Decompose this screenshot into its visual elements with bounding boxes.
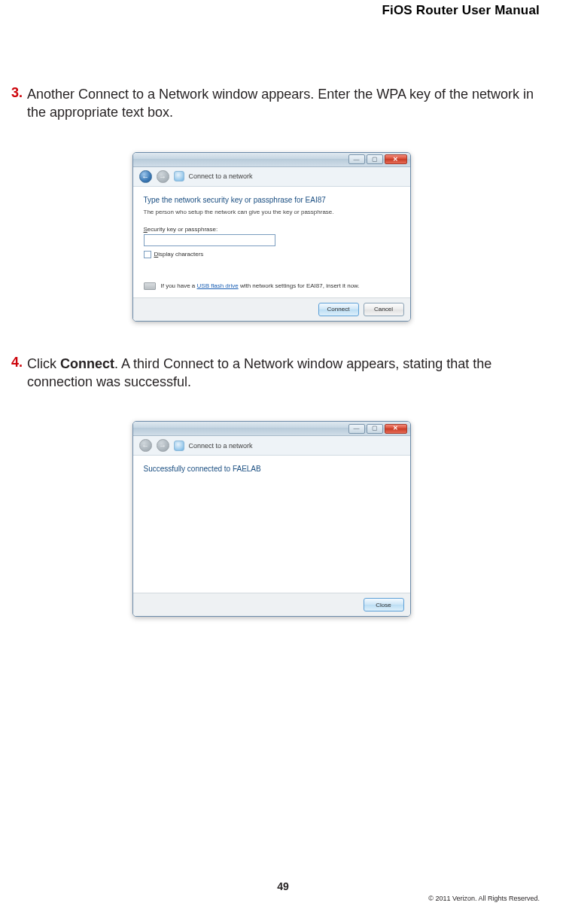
- step-3-number: 3.: [3, 85, 23, 122]
- minimize-button[interactable]: —: [348, 154, 365, 164]
- window-nav-row: ← → Connect to a network: [133, 167, 410, 187]
- dialog-heading: Type the network security key or passphr…: [144, 196, 400, 204]
- page-header-title: FiOS Router User Manual: [382, 3, 540, 18]
- network-icon: [174, 441, 184, 451]
- display-characters-label: Display characters: [154, 251, 204, 258]
- connect-button[interactable]: Connect: [318, 303, 359, 316]
- window-nav-row: ← → Connect to a network: [133, 436, 410, 456]
- usb-hint-row: If you have a USB flash drive with netwo…: [144, 282, 400, 290]
- window-footer: Close: [133, 593, 410, 616]
- minimize-button[interactable]: —: [348, 424, 365, 434]
- forward-button: →: [157, 439, 169, 452]
- network-icon: [174, 171, 184, 181]
- dialog-subtext: The person who setup the network can giv…: [144, 209, 400, 215]
- window-footer: Connect Cancel: [133, 297, 410, 321]
- display-characters-row[interactable]: Display characters: [144, 251, 400, 258]
- step-3: 3. Another Connect to a Network window a…: [3, 85, 540, 122]
- connect-network-dialog-1: — ▢ ✕ ← → Connect to a network Type the …: [132, 152, 411, 322]
- window-nav-title: Connect to a network: [189, 442, 253, 450]
- close-dialog-button[interactable]: Close: [364, 598, 404, 611]
- usb-flash-drive-link[interactable]: USB flash drive: [197, 282, 239, 289]
- dialog-heading: Successfully connected to FAELAB: [144, 465, 400, 473]
- copyright-text: © 2011 Verizon. All Rights Reserved.: [428, 895, 540, 902]
- window-titlebar: — ▢ ✕: [133, 422, 410, 436]
- step-3-text: Another Connect to a Network window appe…: [27, 85, 540, 122]
- back-button: ←: [139, 439, 152, 452]
- security-key-label: Security key or passphrase:: [144, 226, 400, 233]
- usb-drive-icon: [144, 282, 156, 290]
- window-titlebar: — ▢ ✕: [133, 153, 410, 167]
- back-button[interactable]: ←: [139, 170, 152, 183]
- security-key-input[interactable]: [144, 234, 275, 246]
- step-4: 4. Click Connect. A third Connect to a N…: [3, 355, 540, 392]
- page-number: 49: [0, 880, 566, 892]
- step-4-text: Click Connect. A third Connect to a Netw…: [27, 355, 540, 392]
- connect-network-dialog-2: — ▢ ✕ ← → Connect to a network Successfu…: [132, 421, 411, 617]
- page-content: 3. Another Connect to a Network window a…: [3, 85, 540, 650]
- close-button[interactable]: ✕: [385, 424, 407, 434]
- display-characters-checkbox[interactable]: [144, 251, 151, 258]
- maximize-button[interactable]: ▢: [367, 424, 383, 434]
- window-body: Successfully connected to FAELAB: [133, 456, 410, 593]
- close-button[interactable]: ✕: [385, 154, 407, 164]
- maximize-button[interactable]: ▢: [367, 154, 383, 164]
- forward-button: →: [157, 170, 169, 183]
- dialog-1-wrapper: — ▢ ✕ ← → Connect to a network Type the …: [3, 152, 540, 322]
- step-4-number: 4.: [3, 355, 23, 392]
- usb-hint-text: If you have a USB flash drive with netwo…: [161, 282, 360, 289]
- window-nav-title: Connect to a network: [189, 172, 253, 180]
- window-body: Type the network security key or passphr…: [133, 187, 410, 297]
- dialog-2-wrapper: — ▢ ✕ ← → Connect to a network Successfu…: [3, 421, 540, 617]
- cancel-button[interactable]: Cancel: [364, 303, 404, 316]
